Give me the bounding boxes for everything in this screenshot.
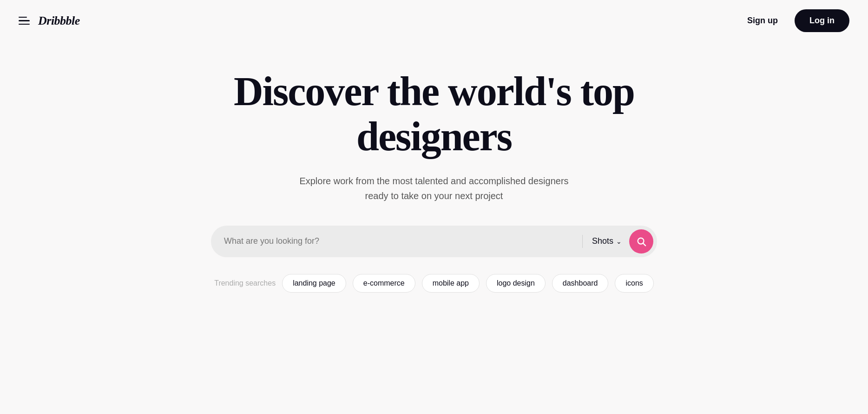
- hero-section: Discover the world's top designers Explo…: [0, 41, 868, 311]
- hero-title: Discover the world's top designers: [234, 69, 634, 160]
- trending-section: Trending searches landing page e-commerc…: [214, 274, 654, 293]
- navbar-left: Dribbble: [19, 14, 80, 28]
- trending-tag-mobile-app[interactable]: mobile app: [422, 274, 480, 293]
- trending-tag-landing-page[interactable]: landing page: [282, 274, 346, 293]
- hero-subtitle: Explore work from the most talented and …: [299, 174, 568, 203]
- trending-tag-icons[interactable]: icons: [615, 274, 653, 293]
- search-bar: Shots ⌄: [211, 226, 657, 257]
- trending-label: Trending searches: [214, 279, 276, 287]
- hero-title-line1: Discover the world's top: [234, 69, 634, 114]
- logo[interactable]: Dribbble: [38, 14, 80, 28]
- trending-tag-dashboard[interactable]: dashboard: [552, 274, 609, 293]
- trending-tag-logo-design[interactable]: logo design: [486, 274, 546, 293]
- search-button[interactable]: [629, 229, 653, 254]
- shots-dropdown[interactable]: Shots ⌄: [590, 233, 624, 250]
- search-divider: [582, 235, 583, 248]
- hamburger-menu-icon[interactable]: [19, 17, 30, 25]
- svg-line-1: [643, 243, 645, 246]
- search-icon: [636, 236, 646, 247]
- navbar-right: Sign up Log in: [740, 9, 849, 32]
- chevron-down-icon: ⌄: [616, 238, 622, 245]
- signup-button[interactable]: Sign up: [740, 11, 785, 30]
- login-button[interactable]: Log in: [795, 9, 849, 32]
- hero-title-line2: designers: [356, 114, 512, 159]
- search-input[interactable]: [224, 232, 575, 251]
- trending-tag-ecommerce[interactable]: e-commerce: [353, 274, 415, 293]
- shots-dropdown-label: Shots: [592, 236, 613, 246]
- navbar: Dribbble Sign up Log in: [0, 0, 868, 41]
